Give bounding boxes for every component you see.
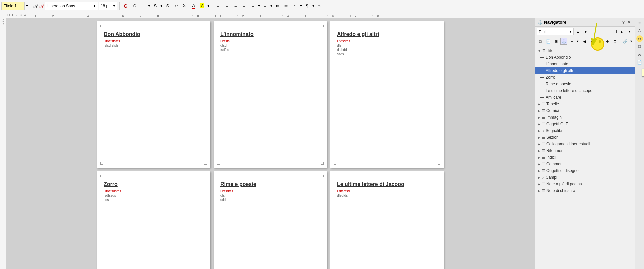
list-num-dropdown[interactable]: ▼	[270, 4, 273, 8]
page2-body2: fsdfss	[220, 48, 320, 52]
right-panel-btn1[interactable]: ≡	[636, 19, 643, 27]
shadow-button[interactable]: S	[164, 2, 172, 10]
nav-item-lettere[interactable]: — Le ultime lettere di Jacopo	[535, 87, 635, 94]
para-dropdown[interactable]: ▼	[312, 4, 315, 8]
align-right-button[interactable]: ≡	[232, 2, 240, 10]
superscript-button[interactable]: X²	[172, 2, 180, 10]
indent-in-button[interactable]: ⇒	[282, 2, 290, 10]
nav-page-btn[interactable]: □	[537, 38, 544, 45]
indent-out-button[interactable]: ⇐	[274, 2, 282, 10]
bold-button[interactable]: G	[122, 2, 130, 10]
nav-count-up[interactable]: ▲	[618, 28, 625, 35]
nav-drag-mode-btn[interactable]: ⊞	[553, 38, 559, 45]
nav-anchor-btn[interactable]: ⚓	[560, 38, 567, 45]
nav-close-button[interactable]: ✕	[626, 19, 632, 25]
list-dropdown[interactable]: ▼	[258, 4, 261, 8]
align-center-button[interactable]: ≡	[223, 2, 231, 10]
nav-section-titoli[interactable]: ▼ ☰ Titoli	[535, 47, 635, 54]
navigator-title: Navigatore	[544, 20, 566, 25]
strike-dropdown[interactable]: ▼	[160, 4, 163, 8]
nav-section-notechiusura[interactable]: ▶ ☰ Note di chiusura	[535, 187, 635, 194]
right-panel-btn2[interactable]: A	[636, 27, 643, 35]
nav-up-button[interactable]: ▲	[575, 28, 581, 35]
nav-expand-btn[interactable]: ⊕	[596, 38, 603, 45]
nav-item-amilcare[interactable]: — Amilcare	[535, 94, 635, 101]
nav-section-sezioni[interactable]: ▶ ☰ Sezioni	[535, 134, 635, 141]
nav-titoli-label: Titoli	[547, 48, 555, 53]
nav-link-btn[interactable]: 🔗	[622, 38, 629, 45]
page-don-abbondio[interactable]: Don Abbondio Dfosfsfssfs fsfsdfsfsfs	[97, 21, 210, 168]
nav-section-disegno[interactable]: ▶ ☰ Oggetti di disegno	[535, 167, 635, 174]
page-innominato[interactable]: L'innominato Dfssfs dfsd fsdfss	[214, 21, 327, 168]
nav-item-innominato[interactable]: — L'innominato	[535, 61, 635, 67]
nav-help-button[interactable]: ?	[621, 19, 626, 25]
list-bullet-button[interactable]: ≡	[249, 2, 257, 10]
nav-down-button[interactable]: ▼	[582, 28, 589, 35]
highlight-button[interactable]: A	[198, 2, 206, 10]
nav-list-dropdown[interactable]: ▼	[576, 40, 579, 43]
linespace-button[interactable]: ↕	[291, 2, 299, 10]
format-section: G C U ▼ S ▼ S X² X₂ A A ▼	[122, 2, 210, 10]
commenti-label: Commenti	[546, 162, 565, 166]
right-panel-btn6[interactable]: 📄	[636, 59, 643, 66]
nav-section-collegamenti[interactable]: ▶ ☰ Collegamenti ipertestuali	[535, 141, 635, 147]
nav-prev-btn[interactable]: ◀	[581, 38, 588, 45]
nav-section-campi[interactable]: ▶ ▷ Campi	[535, 174, 635, 181]
more-button[interactable]: »	[315, 2, 323, 10]
nav-next-btn[interactable]: ▶	[589, 38, 595, 45]
nav-section-cornici[interactable]: ▶ ☰ Cornici	[535, 107, 635, 114]
nav-count-down[interactable]: ▼	[626, 28, 633, 35]
nav-item-don[interactable]: — Don Abbondio	[535, 54, 635, 61]
navigator-panel: ⚓ Navigatore ? ✕ Titoli ▼ ▲ ▼ 1 ▲ ▼ □ 📄	[535, 18, 635, 269]
right-panel-btn5[interactable]: A	[636, 51, 643, 58]
page-zorro[interactable]: Zorro Dfosfsdsfds fsdfssds sds	[97, 171, 210, 269]
paragraph-button[interactable]: ¶	[303, 2, 311, 10]
italic-button[interactable]: C	[130, 2, 138, 10]
align-left-button[interactable]: ≡	[214, 2, 222, 10]
nav-dropdown[interactable]: Titoli ▼	[537, 28, 574, 35]
sezioni-icon: ☰	[542, 135, 545, 140]
nav-item-don-label: Don Abbondio	[546, 55, 571, 60]
right-panel-btn4[interactable]: □	[636, 43, 643, 50]
nav-item-rime[interactable]: — Rime e poesie	[535, 81, 635, 87]
nav-section-immagini[interactable]: ▶ ☰ Immagini	[535, 114, 635, 121]
style-dropdown-icon[interactable]: ▼	[25, 4, 29, 8]
font-label: Liberation Sans	[47, 4, 75, 8]
expand-icon-immagini: ▶	[538, 116, 540, 119]
page-lettere[interactable]: Le ultime lettere di Jacopo Fdfsdfsd dfs…	[330, 171, 444, 269]
style-selector[interactable]: Titolo 1	[1, 2, 25, 10]
underline-button[interactable]: U	[139, 2, 147, 10]
nav-section-segnalibri[interactable]: ▶ ▷ Segnalibri	[535, 127, 635, 134]
font-selector[interactable]: Liberation Sans ▼	[45, 2, 98, 10]
font-color-button[interactable]: A	[190, 2, 198, 10]
subscript-button[interactable]: X₂	[181, 2, 189, 10]
page-alfredo[interactable]: Alfredo e gli altri Dfdsdfds dfs dsfsdd …	[330, 21, 444, 168]
nav-section-indici[interactable]: ▶ ☰ Indici	[535, 154, 635, 161]
underline-dropdown[interactable]: ▼	[148, 4, 151, 8]
nav-link-dropdown[interactable]: ▼	[630, 40, 633, 43]
nav-doc-btn[interactable]: 📄	[545, 38, 552, 45]
document-area[interactable]: Don Abbondio Dfosfsfssfs fsfsdfsfsfs L'i…	[6, 18, 535, 269]
nav-item-alfredo[interactable]: — Alfredo e gli altri	[535, 67, 635, 74]
page3-body3: ssds	[337, 52, 437, 56]
nav-settings-btn[interactable]: ⚙	[612, 38, 618, 45]
list-num-button[interactable]: ≡	[261, 2, 269, 10]
ruler: ⊡ 1 2 3 4 1 · 2 · 3 · 4 · 5 · 6 · 7 · 8 …	[0, 12, 644, 18]
linespace-dropdown[interactable]: ▼	[300, 4, 303, 8]
size-selector[interactable]: 18 pt ▼	[99, 2, 117, 10]
nav-section-tabelle[interactable]: ▶ ☰ Tabelle	[535, 101, 635, 107]
nav-section-notepie[interactable]: ▶ ☰ Note a piè di pagina	[535, 181, 635, 187]
corner-bl	[334, 162, 336, 165]
nav-collapse-btn[interactable]: ⊖	[604, 38, 611, 45]
strikethrough-button[interactable]: S	[151, 2, 159, 10]
justify-button[interactable]: ≡	[240, 2, 248, 10]
nav-section-ole[interactable]: ▶ ☰ Oggetti OLE	[535, 121, 635, 127]
page6-body1: dfsdfds	[337, 194, 437, 197]
nav-item-zorro[interactable]: — Zorro	[535, 74, 635, 81]
nav-list-btn[interactable]: ≡	[568, 38, 575, 45]
nav-section-commenti[interactable]: ▶ ☰ Commenti	[535, 161, 635, 167]
nav-section-riferimenti[interactable]: ▶ ☰ Riferimenti	[535, 147, 635, 154]
highlight-dropdown[interactable]: ▼	[207, 4, 210, 8]
right-panel-btn3[interactable]: ⊙	[636, 35, 643, 42]
page-rime[interactable]: Rime e poesie Dfssdfss dfsf sdd	[214, 171, 327, 269]
